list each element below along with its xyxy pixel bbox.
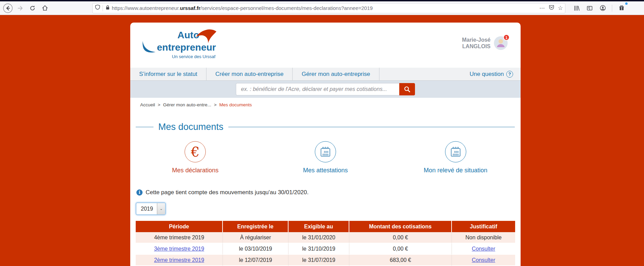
search-input[interactable] — [236, 83, 399, 95]
breadcrumb-current: Mes documents — [219, 102, 252, 107]
col-header-montant: Montant des cotisations — [349, 221, 452, 232]
site-header: Auto entrepreneur Un service des Urssaf … — [130, 23, 521, 68]
account-icon[interactable] — [598, 3, 608, 13]
whats-new-gift-icon[interactable] — [616, 3, 627, 13]
col-header-exigible: Exigible au — [289, 221, 349, 232]
search-button[interactable] — [399, 83, 415, 95]
justificatif-text: Non disponible — [466, 235, 502, 240]
breadcrumb-accueil[interactable]: Accueil — [140, 102, 155, 107]
logo-red-swoosh-icon — [195, 27, 218, 44]
browser-toolbar: https://www.autoentrepreneur.urssaf.fr/s… — [0, 1, 644, 15]
nav-item-creer[interactable]: Créer mon auto-entreprise — [206, 68, 292, 80]
chevron-down-icon: ⌄ — [157, 203, 165, 214]
library-icon[interactable] — [572, 3, 582, 13]
col-header-periode: Période — [136, 221, 223, 232]
info-text: Cette page tient compte des mouvements j… — [146, 189, 309, 196]
logo-blue-swoosh-icon — [142, 40, 156, 55]
breadcrumb: Accueil > Gérer mon auto-entre... > Mes … — [130, 98, 521, 107]
declarations-tbody: 4ème trimestre 2019 À régulariser le 31/… — [136, 232, 515, 266]
info-icon: i — [136, 189, 143, 196]
consulter-link[interactable]: Consulter — [472, 246, 495, 252]
title-line-left — [136, 127, 153, 127]
cell-exigible: le 31/01/2020 — [289, 232, 349, 243]
year-select[interactable]: 2019 ⌄ — [136, 202, 166, 215]
forward-icon[interactable] — [15, 3, 25, 13]
cell-exigible: le 31/07/2019 — [289, 255, 349, 266]
periode-link[interactable]: 2ème trimestre 2019 — [154, 257, 204, 263]
tracking-shield-icon[interactable] — [95, 4, 100, 12]
page-background: Auto entrepreneur Un service des Urssaf … — [0, 15, 644, 266]
table-header-row: Période Enregistrée le Exigible au Monta… — [136, 221, 515, 232]
pocket-icon[interactable] — [549, 4, 554, 12]
toolbar-separator — [612, 5, 612, 12]
periode-link[interactable]: 3ème trimestre 2019 — [154, 246, 204, 252]
site-logo[interactable]: Auto entrepreneur Un service des Urssaf — [142, 23, 224, 59]
col-header-justificatif: Justificatif — [452, 221, 515, 232]
reload-icon[interactable] — [27, 3, 38, 13]
page-actions-icon[interactable]: ⋯ — [539, 6, 545, 10]
calendar-icon: 8888888 — [450, 146, 462, 158]
calendar-icon: 8888888 — [319, 146, 332, 158]
nav-item-sinformer[interactable]: S’informer sur le statut — [130, 68, 206, 80]
home-icon[interactable] — [40, 3, 50, 13]
url-bar[interactable]: https://www.autoentrepreneur.urssaf.fr/s… — [92, 3, 565, 13]
avatar[interactable]: 1 — [494, 36, 508, 50]
tab-mon-releve[interactable]: 8888888 Mon relevé de situation — [390, 141, 521, 174]
search-band — [130, 81, 521, 98]
table-row: 3ème trimestre 2019 le 03/10/2019 le 31/… — [136, 243, 515, 255]
cell-montant: 683,00 € — [349, 255, 452, 266]
consulter-link[interactable]: Consulter — [472, 257, 495, 263]
lock-icon[interactable] — [105, 5, 110, 12]
title-line-right — [228, 127, 515, 127]
page-title: Mes documents — [153, 122, 228, 132]
bookmark-star-icon[interactable]: ☆ — [558, 5, 563, 11]
svg-text:8888: 8888 — [322, 153, 329, 156]
notification-dot — [625, 2, 628, 5]
une-question-link[interactable]: Une question ? — [470, 68, 521, 80]
logo-tagline: Un service des Urssaf — [172, 54, 224, 59]
cell-exigible: le 31/10/2019 — [289, 243, 349, 255]
search-icon — [404, 86, 411, 93]
sidebar-icon[interactable] — [585, 3, 595, 13]
cell-montant: 0,00 € — [349, 243, 452, 255]
cell-enregistree: le 03/10/2019 — [223, 243, 289, 255]
cell-enregistree: À régulariser — [223, 232, 289, 243]
urlbar-separator — [103, 5, 103, 11]
table-row: 4ème trimestre 2019 À régulariser le 31/… — [136, 232, 515, 243]
back-icon[interactable] — [3, 3, 13, 13]
title-row: Mes documents — [136, 122, 515, 132]
cell-enregistree: le 12/07/2019 — [223, 255, 289, 266]
info-row: i Cette page tient compte des mouvements… — [136, 189, 521, 196]
url-text[interactable]: https://www.autoentrepreneur.urssaf.fr/s… — [112, 5, 537, 11]
content-card: Auto entrepreneur Un service des Urssaf … — [130, 23, 521, 266]
user-name-last: LANGLOIS — [462, 43, 491, 50]
user-name-first: Marie-José — [462, 37, 491, 43]
tab-mes-attestations[interactable]: 8888888 Mes attestations — [260, 141, 391, 174]
year-select-value: 2019 — [136, 206, 157, 212]
cell-montant: 0,00 € — [349, 232, 452, 243]
table-row: 2ème trimestre 2019 le 12/07/2019 le 31/… — [136, 255, 515, 266]
question-mark-icon[interactable]: ? — [506, 71, 513, 78]
document-tabs: € Mes déclarations 8888888 Mes attestati… — [130, 141, 521, 174]
user-menu[interactable]: Marie-José LANGLOIS 1 — [462, 36, 508, 50]
periode-text: 4ème trimestre 2019 — [154, 235, 204, 240]
notification-badge: 1 — [503, 34, 510, 41]
col-header-enregistree: Enregistrée le — [223, 221, 289, 232]
euro-icon: € — [191, 145, 200, 159]
declarations-table: Période Enregistrée le Exigible au Monta… — [136, 221, 515, 266]
nav-item-gerer[interactable]: Gérer mon auto-entreprise — [293, 68, 379, 80]
logo-text-entrepreneur: entrepreneur — [157, 42, 216, 53]
main-nav: S’informer sur le statut Créer mon auto-… — [130, 68, 521, 81]
svg-text:8888: 8888 — [453, 153, 459, 156]
tab-mes-declarations[interactable]: € Mes déclarations — [130, 141, 260, 174]
breadcrumb-gerer[interactable]: Gérer mon auto-entre... — [163, 102, 211, 107]
